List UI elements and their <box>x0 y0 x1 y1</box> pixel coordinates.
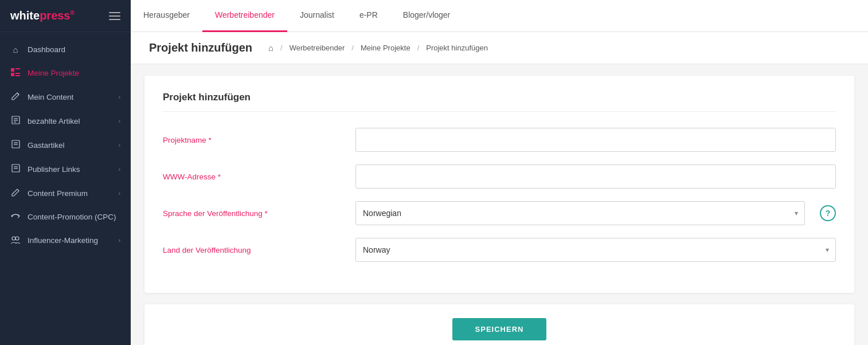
chevron-icon: › <box>119 94 120 100</box>
save-button[interactable]: SPEICHERN <box>452 318 547 340</box>
sidebar-item-gastartikel[interactable]: Gastartikel › <box>0 133 131 157</box>
label-www-adresse: WWW-Adresse * <box>163 172 346 181</box>
sidebar-item-meine-projekte[interactable]: Meine Projekte <box>0 61 131 85</box>
svg-rect-2 <box>11 73 14 76</box>
tab-herausgeber[interactable]: Herausgeber <box>131 0 202 32</box>
sidebar-item-label: Mein Content <box>28 93 73 101</box>
sidebar-item-label: Influencer-Marketing <box>28 236 98 245</box>
svg-point-15 <box>11 215 13 217</box>
sidebar-item-label: Publisher Links <box>28 165 80 174</box>
sidebar-item-content-premium[interactable]: Content Premium › <box>0 181 131 205</box>
meine-projekte-icon <box>10 68 21 78</box>
select-land[interactable]: Norway Germany Austria Switzerland <box>355 238 836 262</box>
sidebar-item-bezahlte-artikel[interactable]: bezahlte Artikel › <box>0 109 131 133</box>
sidebar-item-label: bezahlte Artikel <box>28 117 80 126</box>
breadcrumb-link-werbetreibender[interactable]: Werbetreibender <box>290 44 345 52</box>
page-title: Projekt hinzufügen <box>149 41 252 54</box>
chevron-icon: › <box>119 237 120 244</box>
logo-white: white <box>10 9 40 22</box>
chevron-icon: › <box>119 190 120 197</box>
sidebar-item-label: Meine Projekte <box>28 69 79 77</box>
breadcrumb-link-meine-projekte[interactable]: Meine Projekte <box>361 44 410 52</box>
sidebar-item-label: Content Premium <box>28 189 88 198</box>
content-area: Projekt hinzufügen ⌂ / Werbetreibender /… <box>131 32 868 345</box>
sidebar-item-influencer-marketing[interactable]: Influencer-Marketing › <box>0 229 131 252</box>
form-row-www-adresse: WWW-Adresse * <box>163 164 836 189</box>
breadcrumb-divider: / <box>417 44 420 52</box>
content-promotion-icon <box>10 212 21 222</box>
home-icon: ⌂ <box>268 43 273 53</box>
chevron-icon: › <box>119 118 120 124</box>
dashboard-icon: ⌂ <box>10 45 21 54</box>
label-land: Land der Veröffentlichung <box>163 246 346 254</box>
form-row-sprache: Sprache der Veröffentlichung * Norwegian… <box>163 201 836 225</box>
breadcrumb-divider: / <box>351 44 354 52</box>
sidebar-item-label: Content-Promotion (CPC) <box>28 213 116 221</box>
mein-content-icon <box>10 92 21 102</box>
input-www-adresse[interactable] <box>355 164 836 189</box>
sidebar-item-label: Dashboard <box>28 45 65 54</box>
sidebar: ⌂ Dashboard Meine Projekte Mein Content <box>0 32 131 345</box>
influencer-marketing-icon <box>10 236 21 245</box>
form-footer: SPEICHERN <box>144 304 854 345</box>
chevron-icon: › <box>119 142 120 148</box>
label-sprache: Sprache der Veröffentlichung * <box>163 209 346 218</box>
tab-journalist[interactable]: Journalist <box>287 0 347 32</box>
sidebar-item-publisher-links[interactable]: Publisher Links › <box>0 157 131 181</box>
field-www-adresse <box>355 164 836 189</box>
bezahlte-artikel-icon <box>10 116 21 126</box>
form-row-land: Land der Veröffentlichung Norway Germany… <box>163 238 836 262</box>
sidebar-item-mein-content[interactable]: Mein Content › <box>0 85 131 109</box>
tab-e-pr[interactable]: e-PR <box>347 0 390 32</box>
gastartikel-icon <box>10 140 21 150</box>
content-premium-icon <box>10 188 21 198</box>
sidebar-item-label: Gastartikel <box>28 141 65 150</box>
publisher-links-icon <box>10 164 21 174</box>
breadcrumb-current: Projekt hinzufügen <box>426 44 488 52</box>
svg-rect-4 <box>15 75 20 76</box>
form-panel: Projekt hinzufügen Projektname * WWW-Adr… <box>144 76 854 293</box>
breadcrumb-bar: Projekt hinzufügen ⌂ / Werbetreibender /… <box>131 32 868 64</box>
select-sprache[interactable]: Norwegian German English French <box>355 201 805 225</box>
form-title: Projekt hinzufügen <box>163 92 836 112</box>
sidebar-item-dashboard[interactable]: ⌂ Dashboard <box>0 38 131 61</box>
sidebar-item-content-promotion[interactable]: Content-Promotion (CPC) <box>0 205 131 229</box>
breadcrumb-divider: / <box>280 44 283 52</box>
svg-rect-1 <box>15 68 20 69</box>
field-land: Norway Germany Austria Switzerland ▾ <box>355 238 836 262</box>
field-projektname <box>355 128 836 152</box>
svg-rect-0 <box>11 68 14 72</box>
form-row-projektname: Projektname * <box>163 128 836 152</box>
svg-point-16 <box>12 237 15 240</box>
logo-red: press® <box>40 9 75 22</box>
chevron-icon: › <box>119 166 120 172</box>
hamburger-menu[interactable] <box>109 12 120 20</box>
tab-werbetreibender[interactable]: Werbetreibender <box>202 0 287 32</box>
svg-point-17 <box>15 237 19 240</box>
tab-bloger[interactable]: Bloger/vloger <box>390 0 463 32</box>
field-sprache: Norwegian German English French ▾ <box>355 201 805 225</box>
input-projektname[interactable] <box>355 128 836 152</box>
help-icon[interactable]: ? <box>820 205 836 221</box>
svg-rect-3 <box>15 73 20 74</box>
label-projektname: Projektname * <box>163 136 346 144</box>
